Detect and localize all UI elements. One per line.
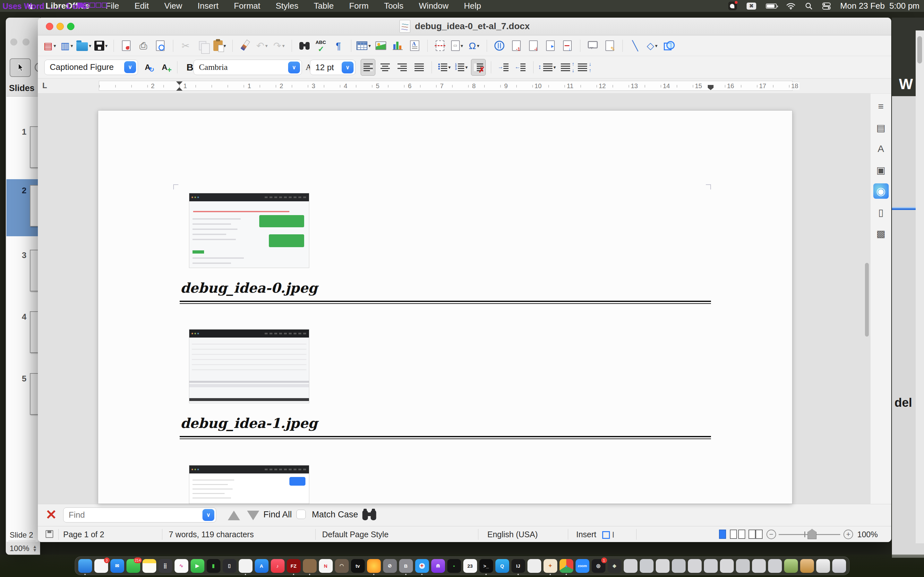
menubar-clock[interactable]: Mon 23 Feb 5:00 pm xyxy=(840,1,919,11)
update-style-button[interactable] xyxy=(140,59,155,76)
slide-1[interactable]: 1 xyxy=(6,121,39,177)
page-indicator[interactable]: Page 1 of 2 xyxy=(63,530,104,539)
page-break-button[interactable] xyxy=(433,37,447,54)
impress-zoom-value[interactable]: 100% xyxy=(10,544,29,553)
spelling-button[interactable] xyxy=(314,37,329,54)
print-preview-button[interactable] xyxy=(153,37,168,54)
dock-min-window-9[interactable] xyxy=(752,559,766,573)
find-input-wrap[interactable]: ∨ xyxy=(63,508,216,522)
chevron-down-icon[interactable]: ∨ xyxy=(288,61,300,73)
insert-field-button[interactable]: ▾ xyxy=(450,37,465,54)
bullet-list-button[interactable]: ▾ xyxy=(437,59,452,76)
match-case-checkbox[interactable] xyxy=(296,510,306,519)
find-all-button[interactable]: Find All xyxy=(263,510,292,520)
dock-min-thumb-1[interactable] xyxy=(784,559,798,573)
clone-formatting-button[interactable] xyxy=(238,37,252,54)
open-button[interactable]: ▾ xyxy=(76,37,91,54)
dock-min-thumb-3[interactable] xyxy=(816,559,830,573)
dock-launchpad[interactable]: ⣿ xyxy=(158,559,172,573)
cross-reference-button[interactable] xyxy=(560,37,575,54)
copy-button[interactable] xyxy=(195,37,210,54)
draw-functions-button[interactable] xyxy=(662,37,677,54)
decrease-indent-button[interactable] xyxy=(513,59,528,76)
dock-trash[interactable] xyxy=(832,559,846,573)
dropdown-caret[interactable]: ▾ xyxy=(448,64,451,70)
find-next-button[interactable] xyxy=(247,511,259,520)
chevron-down-icon[interactable]: ∨ xyxy=(202,509,214,521)
dropdown-caret[interactable]: ▾ xyxy=(71,43,73,49)
export-pdf-button[interactable] xyxy=(119,37,134,54)
line-spacing-button[interactable]: ▾ xyxy=(539,59,556,76)
close-find-bar-button[interactable]: ✕ xyxy=(45,508,57,522)
find-replace-button[interactable] xyxy=(297,37,312,54)
dock-media[interactable]: ∿ xyxy=(174,559,188,573)
dropdown-caret[interactable]: ▾ xyxy=(461,43,463,49)
document-page[interactable] xyxy=(98,110,792,504)
align-center-button[interactable] xyxy=(378,59,393,76)
insert-chart-button[interactable] xyxy=(391,37,405,54)
chevron-down-icon[interactable]: ∨ xyxy=(124,61,136,73)
menu-format[interactable]: Format xyxy=(226,0,268,12)
dock-q-app[interactable]: Q xyxy=(495,559,509,573)
gallery-deck-icon[interactable]: ▣ xyxy=(873,162,889,177)
dock-palette[interactable]: ✦ xyxy=(543,559,557,573)
special-character-button[interactable]: Ω▾ xyxy=(467,37,481,54)
page-deck-icon[interactable]: ▯ xyxy=(873,205,889,220)
chevron-down-icon[interactable]: ∨ xyxy=(342,61,354,73)
select-cursor-button[interactable] xyxy=(10,58,31,77)
save-state-icon[interactable] xyxy=(45,530,53,538)
dock-min-window-3[interactable] xyxy=(656,559,670,573)
inactive-traffic-light[interactable] xyxy=(23,39,29,45)
figure-caption[interactable]: debug_idea-1.jpeg xyxy=(180,416,318,431)
style-inspector-deck-icon[interactable]: ▩ xyxy=(873,226,889,241)
menu-table[interactable]: Table xyxy=(306,0,341,12)
comment-button[interactable] xyxy=(586,37,600,54)
insert-table-button[interactable]: ▾ xyxy=(357,37,371,54)
dock-zoom[interactable]: zoom xyxy=(575,559,590,573)
dock-messages[interactable]: 214 xyxy=(126,559,140,573)
dropdown-caret[interactable]: ▾ xyxy=(89,43,91,49)
find-input[interactable] xyxy=(69,510,187,520)
new-writer-doc[interactable]: ▤▾ xyxy=(42,37,57,54)
menu-window[interactable]: Window xyxy=(411,0,456,12)
tab-stop-selector[interactable]: L xyxy=(42,81,47,90)
close-window-button[interactable] xyxy=(46,23,53,30)
menu-view[interactable]: View xyxy=(157,0,190,12)
menu-form[interactable]: Form xyxy=(341,0,376,12)
menubar-app-icon[interactable] xyxy=(728,2,737,10)
zoom-slider[interactable]: − + xyxy=(766,529,853,540)
multi-page-view-icon[interactable] xyxy=(730,530,737,539)
page-style[interactable]: Default Page Style xyxy=(322,530,389,539)
dock-appletv[interactable]: tv xyxy=(351,559,365,573)
cut-button[interactable]: ✂ xyxy=(178,37,193,54)
vertical-scrollbar[interactable] xyxy=(864,114,869,500)
insert-mode[interactable]: Insert xyxy=(576,530,596,539)
background-scrollbar[interactable] xyxy=(916,31,924,543)
dock-min-window-4[interactable] xyxy=(672,559,686,573)
dock-min-window-10[interactable] xyxy=(768,559,782,573)
dock-mail[interactable]: ✉ xyxy=(110,559,124,573)
book-view-icon[interactable] xyxy=(748,530,756,539)
indent-marker[interactable] xyxy=(176,81,183,91)
styles-deck-icon[interactable]: A xyxy=(873,141,889,156)
slide-5[interactable]: 5 xyxy=(6,367,39,424)
dropdown-caret[interactable]: ▾ xyxy=(282,43,285,49)
wifi-icon[interactable] xyxy=(787,3,795,10)
figure-image-1[interactable] xyxy=(189,193,309,268)
properties-deck-icon[interactable]: ▤ xyxy=(873,120,889,135)
dropdown-caret[interactable]: ▾ xyxy=(224,43,226,49)
footnote-button[interactable] xyxy=(509,37,524,54)
text-language[interactable]: English (USA) xyxy=(487,530,538,539)
undo-button[interactable]: ↶▾ xyxy=(255,37,270,54)
new-style-button[interactable] xyxy=(157,59,172,76)
dock-finder[interactable] xyxy=(78,559,92,573)
dock-dark-app-2[interactable]: ▪ xyxy=(447,559,461,573)
print-button[interactable]: ⎙ xyxy=(136,37,151,54)
dock-podcasts[interactable]: ⋒ xyxy=(431,559,445,573)
dropdown-caret[interactable]: ▾ xyxy=(265,43,268,49)
dock-blocked[interactable]: ⊘ xyxy=(383,559,397,573)
dock-facetime[interactable]: ▶ xyxy=(191,559,204,573)
dock-brown-app[interactable] xyxy=(303,559,317,573)
inactive-traffic-light[interactable] xyxy=(10,39,17,45)
window-titlebar[interactable]: debug_idea-0_et-al_7.docx xyxy=(38,18,891,35)
